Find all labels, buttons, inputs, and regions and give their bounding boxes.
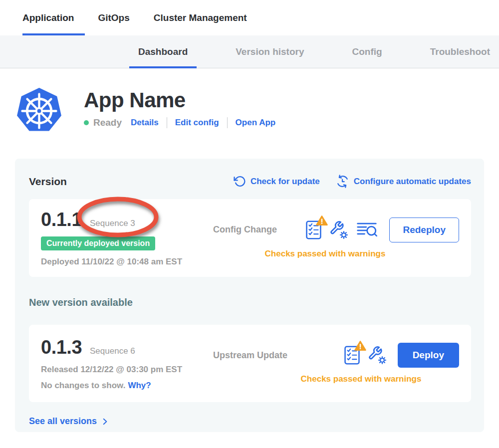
- version-source-label: Upstream Update: [213, 350, 287, 361]
- check-for-update-label: Check for update: [250, 177, 320, 187]
- version-panel: Version Check for update: [15, 159, 484, 432]
- version-source-label: Config Change: [213, 224, 277, 235]
- chevron-right-icon: [100, 417, 109, 426]
- configure-automatic-updates-link[interactable]: Configure automatic updates: [336, 175, 471, 188]
- why-link[interactable]: Why?: [128, 381, 151, 390]
- deployed-sequence-label: Sequence 3: [90, 219, 135, 228]
- tab-dashboard[interactable]: Dashboard: [129, 35, 197, 68]
- warning-triangle-icon: [354, 340, 366, 351]
- see-all-versions-link[interactable]: See all versions: [29, 416, 471, 427]
- checks-status-text[interactable]: Checks passed with warnings: [213, 374, 459, 384]
- edit-config-link[interactable]: Edit config: [175, 118, 219, 128]
- schedule-update-icon: [336, 175, 349, 188]
- nav-item-application[interactable]: Application: [22, 0, 74, 35]
- refresh-icon: [234, 175, 246, 188]
- divider: [167, 117, 167, 128]
- app-status-row: Ready Details Edit config Open App: [84, 117, 275, 128]
- tab-troubleshoot[interactable]: Troubleshoot: [421, 35, 499, 68]
- version-section-title: Version: [29, 176, 67, 188]
- configure-automatic-updates-label: Configure automatic updates: [354, 177, 471, 187]
- preflight-checks-icon[interactable]: [306, 221, 321, 239]
- new-version-heading: New version available: [29, 297, 471, 308]
- deployed-version-number: 0.1.1: [41, 209, 82, 230]
- status-ready-dot: [84, 120, 89, 125]
- changes-note: No changes to show.Why?: [41, 381, 213, 391]
- currently-deployed-badge: Currently deployed version: [41, 236, 155, 250]
- details-link[interactable]: Details: [131, 118, 159, 128]
- page-title: App Name: [84, 89, 275, 111]
- open-app-link[interactable]: Open App: [236, 118, 276, 128]
- released-timestamp: Released 12/12/22 @ 03:30 pm EST: [41, 365, 213, 375]
- no-changes-text: No changes to show.: [41, 381, 125, 390]
- app-tab-bar: Dashboard Version history Config Trouble…: [0, 35, 499, 68]
- available-sequence-label: Sequence 6: [90, 346, 135, 356]
- deployed-timestamp: Deployed 11/10/22 @ 10:48 am EST: [41, 257, 213, 267]
- tab-config[interactable]: Config: [343, 35, 391, 68]
- preflight-checks-icon[interactable]: [344, 346, 360, 365]
- divider: [227, 117, 228, 128]
- kubernetes-logo-icon: [15, 86, 63, 135]
- config-tools-icon[interactable]: [329, 221, 348, 239]
- see-all-versions-label: See all versions: [29, 416, 97, 427]
- deployed-version-card: 0.1.1 Sequence 3 Currently deployed vers…: [29, 199, 471, 277]
- checks-status-text[interactable]: Checks passed with warnings: [213, 249, 459, 259]
- app-header: App Name Ready Details Edit config Open …: [15, 86, 499, 135]
- redeploy-button[interactable]: Redeploy: [389, 218, 459, 242]
- deploy-button[interactable]: Deploy: [398, 343, 459, 368]
- available-version-card: 0.1.3 Sequence 6 Released 12/12/22 @ 03:…: [29, 325, 471, 402]
- warning-triangle-icon: [316, 215, 328, 226]
- check-for-update-link[interactable]: Check for update: [234, 175, 320, 188]
- status-badge: Ready: [93, 117, 122, 128]
- config-tools-icon[interactable]: [368, 346, 387, 365]
- primary-nav: Application GitOps Cluster Management: [0, 0, 499, 35]
- available-version-number: 0.1.3: [41, 337, 82, 358]
- view-diff-logs-icon[interactable]: [356, 222, 378, 238]
- tab-version-history[interactable]: Version history: [227, 35, 313, 68]
- nav-item-cluster-management[interactable]: Cluster Management: [154, 0, 247, 35]
- nav-item-gitops[interactable]: GitOps: [98, 0, 129, 35]
